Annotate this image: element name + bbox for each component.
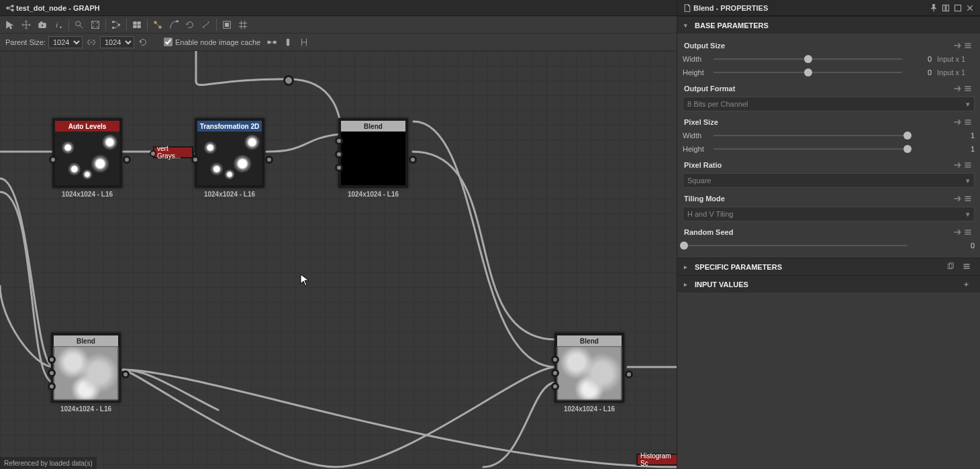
port-in-2[interactable] [335, 150, 343, 158]
node-title: Blend [341, 121, 405, 132]
copy-icon[interactable] [946, 262, 957, 272]
chevron-down-icon: ▾ [966, 100, 970, 109]
tool-info[interactable]: i [51, 17, 66, 32]
tool-camera[interactable] [35, 17, 50, 32]
port-in-3[interactable] [335, 164, 343, 172]
chevron-down-icon: ▾ [966, 176, 970, 185]
node-resolution: 1024x1024 - L16 [348, 191, 399, 198]
section-label: SPECIFIC PARAMETERS [695, 263, 782, 271]
tool-move[interactable] [19, 17, 34, 32]
port-in-2[interactable] [48, 369, 56, 377]
tool-flow-left[interactable] [264, 35, 279, 50]
port-out[interactable] [409, 156, 417, 164]
node-blend-top[interactable]: Blend 1024x1024 - L16 [338, 118, 408, 198]
tool-zoom[interactable] [72, 17, 87, 32]
menu-icon[interactable] [963, 118, 973, 126]
inherit-icon[interactable] [952, 118, 963, 126]
properties-title: Blend - PROPERTIES [693, 4, 768, 12]
section-input-values[interactable]: ▸ INPUT VALUES ＋ [677, 275, 980, 293]
port-in-2[interactable] [551, 369, 559, 377]
reset-size-icon[interactable] [136, 35, 150, 50]
menu-icon[interactable] [963, 228, 973, 236]
section-label: BASE PARAMETERS [695, 21, 769, 30]
random-seed-slider[interactable] [684, 245, 908, 246]
node-auto-levels[interactable]: Auto Levels 1024x1024 - L16 [52, 118, 122, 198]
inherit-icon[interactable] [952, 161, 963, 169]
port-in-3[interactable] [48, 382, 56, 390]
close-icon[interactable] [964, 2, 976, 14]
add-icon[interactable]: ＋ [963, 279, 973, 289]
menu-icon[interactable] [963, 161, 973, 169]
pixel-width-row: Width 1 [683, 129, 975, 142]
inherit-icon[interactable] [952, 195, 963, 203]
menu-icon[interactable] [963, 195, 973, 203]
cache-checkbox-row[interactable]: Enable node image cache [164, 38, 260, 46]
tool-layout[interactable] [109, 17, 124, 32]
tool-refresh[interactable] [183, 17, 197, 32]
pixel-height-slider[interactable] [714, 148, 908, 150]
chevron-right-icon: ▸ [684, 281, 689, 288]
port-in[interactable] [191, 156, 199, 164]
port-out[interactable] [265, 156, 273, 164]
maximize-icon[interactable] [952, 2, 964, 14]
port-in-1[interactable] [48, 356, 56, 364]
pixel-ratio-select[interactable]: Square ▾ [683, 173, 975, 188]
tiling-mode-select[interactable]: H and V Tiling ▾ [683, 207, 975, 221]
node-title: Blend [557, 335, 622, 346]
node-blend-right[interactable]: Blend 1024x1024 - L16 [554, 333, 624, 413]
section-base-parameters[interactable]: ▾ BASE PARAMETERS [677, 16, 980, 34]
tool-flow-node[interactable] [281, 35, 295, 50]
port-in[interactable] [150, 150, 156, 157]
tool-link[interactable] [150, 17, 165, 32]
parent-size-select[interactable]: 1024 [48, 36, 83, 48]
svg-point-8 [76, 21, 81, 25]
port-in-1[interactable] [551, 356, 559, 364]
pin-icon[interactable] [928, 2, 940, 14]
node-transformation-2d[interactable]: Transformation 2D 1024x1024 - L16 [195, 118, 264, 198]
menu-icon[interactable] [963, 85, 973, 93]
tool-settings[interactable] [199, 17, 213, 32]
menu-icon[interactable] [963, 262, 973, 272]
output-width-value[interactable]: 0 [908, 55, 932, 63]
output-width-slider[interactable] [714, 58, 902, 60]
tool-curve[interactable] [166, 17, 181, 32]
node-title: Auto Levels [55, 121, 119, 132]
tool-frame[interactable] [219, 17, 234, 32]
split-icon[interactable] [940, 2, 952, 14]
node-blend-left[interactable]: Blend 1024x1024 - L16 [51, 333, 121, 413]
output-height-slider[interactable] [714, 72, 902, 73]
graph-canvas[interactable]: Auto Levels 1024x1024 - L16 vert Grays..… [0, 51, 677, 469]
tool-align[interactable] [130, 17, 144, 32]
link-sizes-icon[interactable] [84, 35, 99, 50]
port-in-1[interactable] [335, 137, 343, 145]
menu-icon[interactable] [963, 42, 973, 50]
chevron-down-icon: ▾ [684, 22, 689, 29]
inherit-icon[interactable] [952, 42, 963, 50]
node-invert-grayscale[interactable]: vert Grays... [153, 146, 193, 158]
dot-node[interactable] [283, 75, 294, 86]
tool-pointer[interactable] [3, 17, 17, 32]
port-in[interactable] [49, 156, 57, 164]
cache-checkbox[interactable] [164, 38, 173, 46]
output-format-select[interactable]: 8 Bits per Channel ▾ [683, 97, 975, 111]
child-size-select[interactable]: 1024 [100, 36, 134, 48]
tool-grid[interactable] [236, 17, 250, 32]
port-out[interactable] [123, 156, 131, 164]
inherit-icon[interactable] [952, 228, 963, 236]
chevron-right-icon: ▸ [684, 264, 689, 270]
node-histogram-scan[interactable]: Histogram Sc [636, 454, 677, 466]
port-in-3[interactable] [551, 382, 559, 390]
tool-fit[interactable] [88, 17, 103, 32]
random-seed-value[interactable]: 0 [913, 242, 975, 250]
pixel-width-value[interactable]: 1 [913, 132, 975, 140]
tool-flow-right[interactable] [297, 35, 311, 50]
inherit-icon[interactable] [952, 85, 963, 93]
pixel-width-slider[interactable] [714, 135, 908, 136]
port-out[interactable] [625, 370, 633, 378]
section-specific-parameters[interactable]: ▸ SPECIFIC PARAMETERS [677, 258, 980, 275]
port-out[interactable] [121, 370, 130, 378]
cache-label: Enable node image cache [175, 38, 260, 46]
output-height-value[interactable]: 0 [908, 68, 932, 76]
svg-point-2 [11, 9, 13, 11]
pixel-height-value[interactable]: 1 [913, 145, 975, 153]
